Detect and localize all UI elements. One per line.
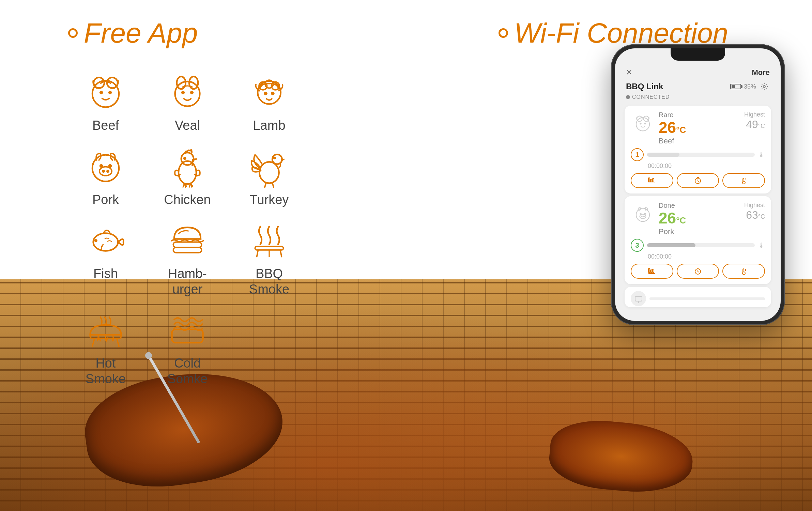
svg-point-0 xyxy=(92,81,119,107)
probe-beef-thermo-icon: 🌡 xyxy=(758,151,765,159)
probe-card-partial xyxy=(625,287,771,307)
app-battery: 35% xyxy=(730,81,770,92)
svg-point-14 xyxy=(264,92,267,95)
probe-beef-progress-row: 1 🌡 xyxy=(631,148,765,161)
food-item-pork: Pork xyxy=(68,144,143,208)
connected-label: CONNECTED xyxy=(632,94,670,100)
battery-fill xyxy=(732,85,735,88)
probe-beef-doneness: Rare xyxy=(659,111,740,119)
free-app-header: Free App xyxy=(68,17,307,49)
chicken-icon xyxy=(165,144,210,188)
bbq-smoke-label: BBQ Smoke xyxy=(249,266,289,297)
probe-beef-timer-button[interactable] xyxy=(677,173,719,188)
food-item-beef: Beef xyxy=(68,69,143,134)
svg-point-18 xyxy=(102,170,105,173)
probe-pork-name: Pork xyxy=(659,227,740,236)
probe-pork-number: 3 xyxy=(631,239,644,252)
svg-rect-43 xyxy=(653,179,654,182)
hot-smoke-icon xyxy=(83,307,128,352)
app-header: ✕ More xyxy=(622,65,774,80)
probe-pork-temp-button[interactable] xyxy=(722,264,765,279)
probe-partial-bar xyxy=(649,297,765,300)
settings-gear-button[interactable] xyxy=(759,81,770,92)
food-item-veal: Veal xyxy=(150,69,225,134)
svg-point-50 xyxy=(640,214,646,218)
probe-beef-highest: Highest 49°C xyxy=(744,111,765,131)
probe-pork-buttons xyxy=(631,264,765,279)
hot-smoke-label: Hot Smoke xyxy=(86,356,126,387)
probe-pork-progress-fill xyxy=(647,243,695,247)
wifi-dot xyxy=(499,28,508,38)
turkey-icon xyxy=(247,144,291,188)
svg-point-19 xyxy=(106,170,109,173)
probe-pork-animal-icon xyxy=(631,202,655,226)
probe-beef-progress-bar xyxy=(647,153,755,157)
chicken-label: Chicken xyxy=(164,192,211,208)
svg-rect-30 xyxy=(173,242,201,248)
app-interface: ✕ More BBQ Link 35% xyxy=(615,48,781,321)
cold-smoke-icon xyxy=(165,307,210,352)
svg-point-17 xyxy=(99,167,112,175)
svg-point-54 xyxy=(644,213,646,214)
food-item-bbq-smoke: BBQ Smoke xyxy=(232,218,307,297)
app-more-button[interactable]: More xyxy=(752,68,770,77)
svg-rect-42 xyxy=(650,179,652,182)
probe-pork-highest: Highest 63°C xyxy=(744,202,765,221)
probe-pork-timer-button[interactable] xyxy=(677,264,719,279)
probe-pork-doneness: Done xyxy=(659,202,740,210)
phone-outer: ✕ More BBQ Link 35% xyxy=(611,44,785,325)
probe-beef-time: 00:00:00 xyxy=(648,162,765,170)
probe-beef-number: 1 xyxy=(631,148,644,161)
svg-rect-41 xyxy=(648,178,650,182)
probe-pork-graph-button[interactable] xyxy=(631,264,673,279)
pork-icon xyxy=(83,144,128,188)
app-title-row: BBQ Link 35% xyxy=(622,80,774,93)
probe-beef-progress-fill xyxy=(647,153,679,157)
food-item-hamburger: Hamb- urger xyxy=(150,218,225,297)
probe-beef-temp: 26°C xyxy=(659,120,740,135)
svg-point-27 xyxy=(273,156,276,159)
svg-rect-56 xyxy=(650,270,652,273)
svg-point-40 xyxy=(644,123,646,124)
svg-point-20 xyxy=(99,164,103,167)
probe-card-beef: Rare 26°C Beef Highest 49°C xyxy=(625,106,771,193)
app-close-button[interactable]: ✕ xyxy=(626,68,632,77)
probe-pork-time: 00:00:00 xyxy=(648,253,765,260)
svg-point-35 xyxy=(763,86,765,88)
probe-beef-info: Rare 26°C Beef xyxy=(659,111,740,145)
probe-pork-thermo-icon: 🌡 xyxy=(758,242,765,249)
lamb-icon xyxy=(247,69,291,114)
svg-point-5 xyxy=(175,81,200,106)
probe-pork-progress-bar xyxy=(647,243,755,247)
svg-point-36 xyxy=(636,118,649,131)
battery-percentage: 35% xyxy=(744,83,756,90)
svg-point-8 xyxy=(181,91,185,94)
food-item-cold-smoke: Cold Somke xyxy=(150,307,225,387)
free-app-section: Free App xyxy=(68,17,307,387)
svg-rect-63 xyxy=(635,296,642,301)
svg-point-3 xyxy=(99,91,103,94)
lamb-label: Lamb xyxy=(253,118,285,134)
free-app-dot xyxy=(68,28,78,38)
probe-pork-temp: 26°C xyxy=(659,210,740,226)
svg-point-4 xyxy=(108,91,112,94)
svg-point-15 xyxy=(271,92,274,95)
food-item-fish: Fish xyxy=(68,218,143,297)
svg-point-24 xyxy=(183,157,186,160)
hamburger-label: Hamb- urger xyxy=(168,266,207,297)
food-grid: Beef Veal xyxy=(68,69,307,387)
food-item-turkey: Turkey xyxy=(232,144,307,208)
svg-rect-34 xyxy=(172,329,203,343)
fish-label: Fish xyxy=(93,266,118,282)
svg-point-39 xyxy=(640,123,641,124)
connected-indicator xyxy=(626,95,630,99)
probe-pork-info: Done 26°C Pork xyxy=(659,202,740,236)
probe-beef-temp-button[interactable] xyxy=(722,173,765,188)
phone-screen: ✕ More BBQ Link 35% xyxy=(615,48,781,321)
probe-beef-graph-button[interactable] xyxy=(631,173,673,188)
probe-beef-name: Beef xyxy=(659,137,740,145)
svg-point-51 xyxy=(641,216,642,217)
hamburger-icon xyxy=(165,218,210,262)
food-item-lamb: Lamb xyxy=(232,69,307,134)
app-connected-row: CONNECTED xyxy=(622,93,774,103)
